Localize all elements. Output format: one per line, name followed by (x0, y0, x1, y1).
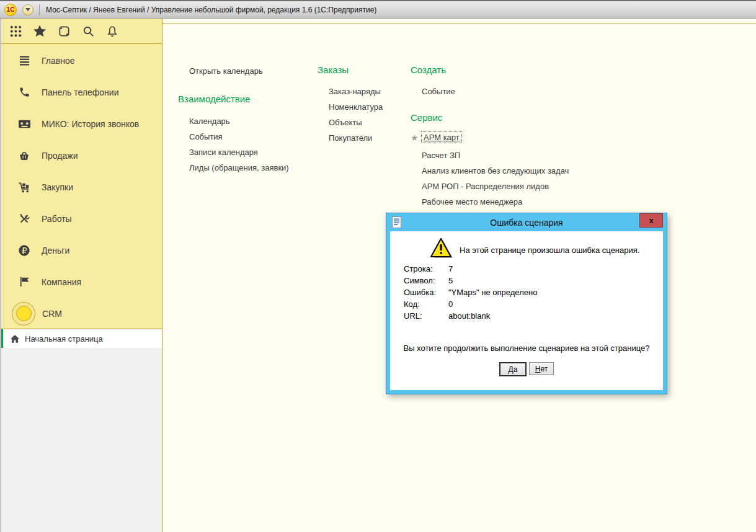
ruble-coin-icon (17, 244, 32, 257)
field-value: 7 (448, 264, 453, 273)
link-open-calendar[interactable]: Открыть календарь (189, 66, 314, 76)
sidebar-item-works[interactable]: Работы (1, 203, 162, 234)
sidebar-item-telephony[interactable]: Панель телефонии (1, 76, 162, 108)
sidebar-menu: Главное Панель телефонии МИКО: История з… (1, 45, 162, 329)
no-button-rest: ет (540, 365, 548, 373)
link-objects[interactable]: Объекты (329, 115, 411, 130)
home-tab-label: Начальная страница (25, 334, 103, 344)
sidebar-item-sales[interactable]: Продажи (1, 140, 162, 171)
favorites-star-icon[interactable] (33, 24, 47, 38)
link-manager-workplace[interactable]: Рабочее место менеджера (422, 194, 677, 210)
field-label: URL: (404, 311, 448, 321)
sidebar-item-label: Деньги (42, 246, 69, 255)
sidebar-item-crm[interactable]: CRM (1, 298, 162, 329)
tools-icon (17, 213, 32, 225)
sidebar-item-label: Закупки (42, 182, 73, 192)
error-fields: Строка: 7 Символ: 5 Ошибка: "YMaps" не о… (404, 263, 537, 322)
link-arm-rop-lead-distribution[interactable]: АРМ РОП - Распределения лидов (422, 179, 677, 194)
no-button[interactable]: Нет (529, 362, 554, 375)
dialog-body: На этой странице произошла ошибка сценар… (390, 231, 663, 390)
history-scroll-icon[interactable] (57, 24, 71, 38)
cassette-icon (17, 118, 32, 130)
content-top-divider (162, 24, 756, 24)
sidebar-item-purchases[interactable]: Закупки (1, 171, 162, 203)
sidebar-item-main[interactable]: Главное (1, 45, 162, 76)
sidebar-item-label: Компания (42, 277, 81, 287)
document-icon (392, 216, 401, 228)
home-icon (10, 334, 20, 344)
field-label: Символ: (404, 276, 448, 285)
sidebar-item-label: CRM (42, 309, 62, 319)
field-value: "YMaps" не определено (448, 288, 537, 297)
link-events[interactable]: События (189, 129, 314, 144)
yes-button-rest: а (514, 365, 518, 374)
warning-icon (430, 237, 453, 259)
dialog-titlebar[interactable]: Ошибка сценария x (386, 213, 667, 231)
link-nomenclature[interactable]: Номенклатура (329, 99, 411, 115)
sidebar-item-money[interactable]: Деньги (1, 234, 162, 266)
field-label: Строка: (404, 264, 448, 273)
crm-coin-icon (12, 302, 35, 326)
menu-grid-icon[interactable] (9, 24, 22, 38)
section-title-interaction[interactable]: Взаимодействие (178, 94, 314, 105)
window-titlebar: 1С Мос-Септик / Янеев Евгений / Управлен… (0, 0, 756, 19)
link-buyers[interactable]: Покупатели (329, 130, 411, 146)
yes-button-accel: Д (509, 365, 514, 374)
field-url: URL: about:blank (404, 310, 537, 321)
no-button-accel: Н (535, 365, 541, 373)
sidebar-item-label: Главное (42, 56, 75, 66)
link-salary-calc[interactable]: Расчет ЗП (422, 148, 677, 163)
sidebar-item-miko-call-history[interactable]: МИКО: История звонков (1, 108, 162, 140)
sidebar-item-label: МИКО: История звонков (42, 119, 139, 129)
dialog-buttons: Да Нет (390, 362, 663, 376)
field-value: 0 (448, 299, 453, 309)
field-label: Ошибка: (404, 288, 448, 297)
favorite-star-icon[interactable]: ★ (411, 133, 422, 143)
field-error: Ошибка: "YMaps" не определено (404, 286, 537, 298)
home-tab[interactable]: Начальная страница (1, 329, 162, 348)
error-message: На этой странице произошла ошибка сценар… (460, 246, 639, 255)
link-calendar[interactable]: Календарь (189, 113, 314, 129)
notifications-bell-icon[interactable] (105, 24, 119, 38)
link-calendar-records[interactable]: Записи календаря (189, 144, 314, 160)
sidebar: Главное Панель телефонии МИКО: История з… (0, 19, 162, 532)
yes-button[interactable]: Да (499, 362, 527, 376)
dialog-title: Ошибка сценария (490, 218, 563, 228)
sidebar-item-label: Панель телефонии (42, 87, 118, 97)
content-column-3: Создать Событие Сервис ★ АРМ карт Расчет… (411, 64, 677, 210)
flag-icon (17, 276, 32, 288)
field-value: about:blank (448, 311, 490, 321)
chevron-down-icon (25, 8, 30, 11)
sidebar-item-label: Работы (42, 214, 72, 224)
link-work-orders[interactable]: Заказ-наряды (329, 84, 411, 99)
section-title-service[interactable]: Сервис (411, 112, 677, 123)
app-logo-1c-icon: 1С (4, 4, 17, 16)
titlebar-separator (39, 4, 40, 16)
sidebar-toolbar (1, 19, 162, 44)
menu-lines-icon (17, 55, 32, 66)
continue-question: Вы хотите продолжить выполнение сценарие… (390, 344, 663, 353)
field-line: Строка: 7 (404, 263, 537, 274)
link-leads[interactable]: Лиды (обращения, заявки) (189, 160, 314, 175)
link-client-analysis[interactable]: Анализ клиентов без следующих задач (422, 163, 677, 179)
section-title-create[interactable]: Создать (411, 64, 677, 76)
content-column-2: Заказы Заказ-наряды Номенклатура Объекты… (318, 64, 411, 146)
phone-icon (17, 86, 32, 98)
field-char: Символ: 5 (404, 275, 537, 286)
link-event[interactable]: Событие (422, 84, 677, 99)
field-code: Код: 0 (404, 298, 537, 309)
field-value: 5 (448, 276, 453, 285)
window-menu-button[interactable] (22, 4, 33, 16)
search-icon[interactable] (81, 24, 95, 38)
sidebar-yellow-panel: Главное Панель телефонии МИКО: История з… (1, 19, 162, 329)
close-button[interactable]: x (639, 213, 663, 228)
link-arm-maps[interactable]: АРМ карт (422, 132, 461, 143)
script-error-dialog: Ошибка сценария x На этой странице произ… (386, 213, 667, 394)
sidebar-item-label: Продажи (42, 151, 78, 161)
content-column-1: Открыть календарь Взаимодействие Календа… (178, 66, 314, 175)
basket-icon (17, 149, 32, 162)
section-title-orders[interactable]: Заказы (318, 64, 411, 76)
field-label: Код: (404, 299, 448, 309)
window-title: Мос-Септик / Янеев Евгений / Управление … (46, 6, 376, 14)
sidebar-item-company[interactable]: Компания (1, 266, 162, 298)
